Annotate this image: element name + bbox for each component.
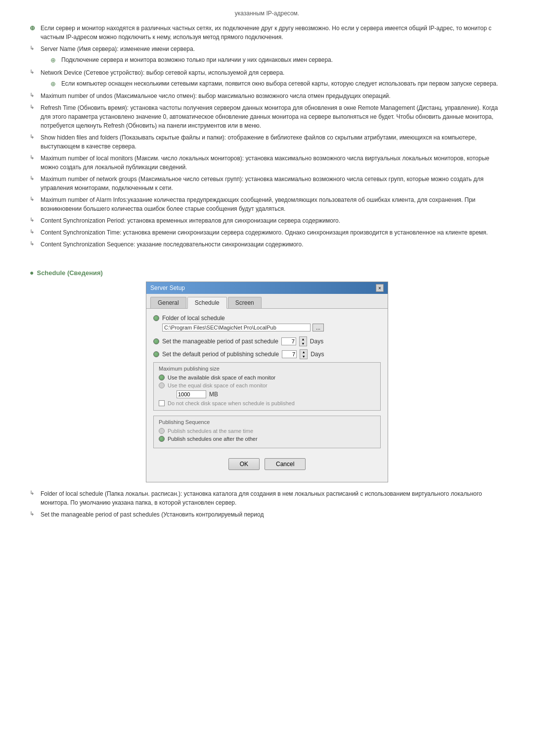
use-equal-label: Use the equal disk space of each monitor xyxy=(168,382,267,388)
use-available-label: Use the available disk space of each mon… xyxy=(168,375,275,380)
use-equal-radio[interactable] xyxy=(159,382,165,388)
pub-same-time-label: Publish schedules at the same time xyxy=(168,428,253,434)
cancel-button[interactable]: Cancel xyxy=(265,458,306,470)
list-item: ↳ Show hidden files and folders (Показыв… xyxy=(30,133,504,151)
schedule-section: ● Schedule (Сведения) Server Setup × Gen… xyxy=(30,269,504,482)
arrow-icon: ↳ xyxy=(30,134,39,140)
plus-icon: ⊕ xyxy=(50,55,59,65)
spin-down-button[interactable]: ▼ xyxy=(300,354,307,359)
list-item: ↳ Maximum number of Alarm Infos:указание… xyxy=(30,195,504,213)
list-item: ↳ Maximum number of network groups (Макс… xyxy=(30,175,504,192)
folder-path-row: ... xyxy=(162,324,381,331)
mb-unit-label: MB xyxy=(209,391,218,398)
sub-bullet: ⊕ Если компьютер оснащен несколькими сет… xyxy=(50,79,504,89)
arrow-icon: ↳ xyxy=(30,196,39,202)
period-past-input[interactable] xyxy=(281,337,296,345)
arrow-icon: ↳ xyxy=(30,240,39,247)
bullet-text: Server Name (Имя сервера): изменение име… xyxy=(41,45,504,65)
bullet-text: Show hidden files and folders (Показыват… xyxy=(41,133,504,151)
schedule-heading: ● Schedule (Сведения) xyxy=(30,269,504,277)
period-default-unit: Days xyxy=(311,351,324,358)
period-past-spinner[interactable]: ▲ ▼ xyxy=(299,336,307,346)
no-check-checkbox[interactable] xyxy=(159,400,165,406)
tab-schedule[interactable]: Schedule xyxy=(187,297,227,309)
pub-same-time-option: Publish schedules at the same time xyxy=(159,428,375,434)
period-default-row: Set the default period of publishing sch… xyxy=(153,349,381,359)
bullet-text: Content Synchronization Sequence: указан… xyxy=(41,240,504,249)
arrow-icon: ↳ xyxy=(30,104,39,110)
folder-label-row: Folder of local schedule xyxy=(153,315,381,322)
period-past-label: Set the manageable period of past schedu… xyxy=(162,338,278,345)
pub-one-after-option: Publish schedules one after the other xyxy=(159,436,375,442)
spin-up-button[interactable]: ▲ xyxy=(300,350,307,354)
page-content: указанным IP-адресом. ⊕ Если сервер и мо… xyxy=(30,10,504,519)
bullet-text: Maximum number of local monitors (Максим… xyxy=(41,154,504,172)
period-default-label: Set the default period of publishing sch… xyxy=(162,351,279,358)
dialog-footer: OK Cancel xyxy=(153,453,381,477)
list-item: ↳ Content Synchronization Sequence: указ… xyxy=(30,240,504,249)
pub-sequence-section: Publishing Sequence Publish schedules at… xyxy=(153,416,381,448)
dialog-close-button[interactable]: × xyxy=(376,284,384,292)
arrow-icon: ↳ xyxy=(30,175,39,182)
main-bullet-list: ⊕ Если сервер и монитор находятся в разл… xyxy=(30,24,504,249)
period-default-input[interactable] xyxy=(282,350,297,358)
no-check-row: Do not check disk space when schedule is… xyxy=(159,400,375,406)
mb-value-input[interactable] xyxy=(177,390,206,398)
period-default-spinner[interactable]: ▲ ▼ xyxy=(300,349,308,359)
period-past-row: Set the manageable period of past schedu… xyxy=(153,336,381,346)
list-item: ↳ Server Name (Имя сервера): изменение и… xyxy=(30,45,504,65)
list-item: ⊕ Если сервер и монитор находятся в разл… xyxy=(30,24,504,42)
period-default-radio xyxy=(153,351,159,357)
bullet-text: Set the manageable period of past schedu… xyxy=(41,510,504,519)
no-check-label: Do not check disk space when schedule is… xyxy=(168,400,295,406)
ok-button[interactable]: OK xyxy=(228,458,260,470)
bullet-text: Refresh Time (Обновить время): установка… xyxy=(41,103,504,130)
sub-bullet: ⊕ Подключение сервера и монитора возможн… xyxy=(50,55,504,65)
max-pub-section: Maximum publishing size Use the availabl… xyxy=(153,362,381,411)
plus-icon: ⊕ xyxy=(50,79,59,89)
list-item: ↳ Network Device (Сетевое устройство): в… xyxy=(30,68,504,89)
schedule-heading-text: Schedule (Сведения) xyxy=(37,269,102,277)
bullet-text: Content Synchronization Period: установк… xyxy=(41,216,504,225)
list-item: ↳ Content Synchronization Period: устано… xyxy=(30,216,504,225)
bullet-text: Network Device (Сетевое устройство): выб… xyxy=(41,68,504,89)
tab-general[interactable]: General xyxy=(150,297,186,308)
spin-up-button[interactable]: ▲ xyxy=(300,337,307,341)
period-past-radio xyxy=(153,338,159,344)
use-available-option: Use the available disk space of each mon… xyxy=(159,375,375,380)
browse-button[interactable]: ... xyxy=(312,324,324,331)
arrow-icon: ↳ xyxy=(30,92,39,98)
bullet-text: Maximum number of Alarm Infos:указание к… xyxy=(41,195,504,213)
list-item: ↳ Maximum number of local monitors (Макс… xyxy=(30,154,504,172)
arrow-icon: ↳ xyxy=(30,217,39,223)
arrow-icon: ↳ xyxy=(30,490,39,496)
arrow-icon: ↳ xyxy=(30,45,39,51)
plus-icon: ⊕ xyxy=(30,24,39,32)
arrow-icon: ↳ xyxy=(30,154,39,161)
folder-path-input[interactable] xyxy=(162,324,311,331)
pub-one-after-radio[interactable] xyxy=(159,436,165,442)
folder-radio-icon xyxy=(153,315,159,321)
dialog-tabs: General Schedule Screen xyxy=(146,294,388,309)
list-item: ↳ Refresh Time (Обновить время): установ… xyxy=(30,103,504,130)
dialog-titlebar: Server Setup × xyxy=(146,282,388,294)
arrow-icon: ↳ xyxy=(30,511,39,517)
list-item: ↳ Set the manageable period of past sche… xyxy=(30,510,504,519)
list-item: ↳ Content Synchronization Time: установк… xyxy=(30,228,504,237)
list-item: ↳ Maximum number of undos (Максимальное … xyxy=(30,92,504,100)
dialog-body: Folder of local schedule ... Set the man… xyxy=(146,309,388,482)
schedule-dot-icon: ● xyxy=(30,269,34,277)
tab-screen[interactable]: Screen xyxy=(228,297,262,308)
folder-label: Folder of local schedule xyxy=(162,315,225,322)
use-available-radio[interactable] xyxy=(159,375,165,380)
spin-down-button[interactable]: ▼ xyxy=(300,341,307,346)
bottom-bullets: ↳ Folder of local schedule (Папка локаль… xyxy=(30,489,504,519)
bullet-text: Content Synchronization Time: установка … xyxy=(41,228,504,237)
bullet-text: Если сервер и монитор находятся в различ… xyxy=(41,24,504,42)
intro-text: указанным IP-адресом. xyxy=(30,10,504,17)
server-setup-dialog: Server Setup × General Schedule Screen F… xyxy=(146,282,388,482)
pub-same-time-radio[interactable] xyxy=(159,428,165,434)
arrow-icon: ↳ xyxy=(30,69,39,75)
bullet-text: Maximum number of network groups (Максим… xyxy=(41,175,504,192)
folder-group: Folder of local schedule ... xyxy=(153,315,381,331)
